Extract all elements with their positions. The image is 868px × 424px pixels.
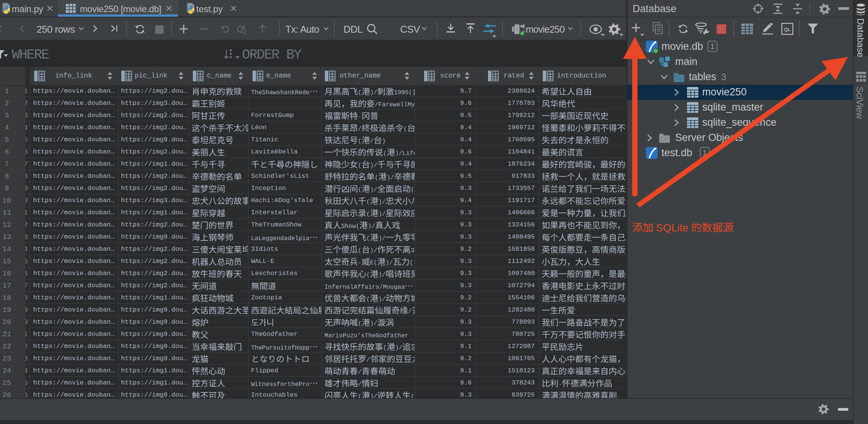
svg-text:QL: QL <box>784 27 791 32</box>
